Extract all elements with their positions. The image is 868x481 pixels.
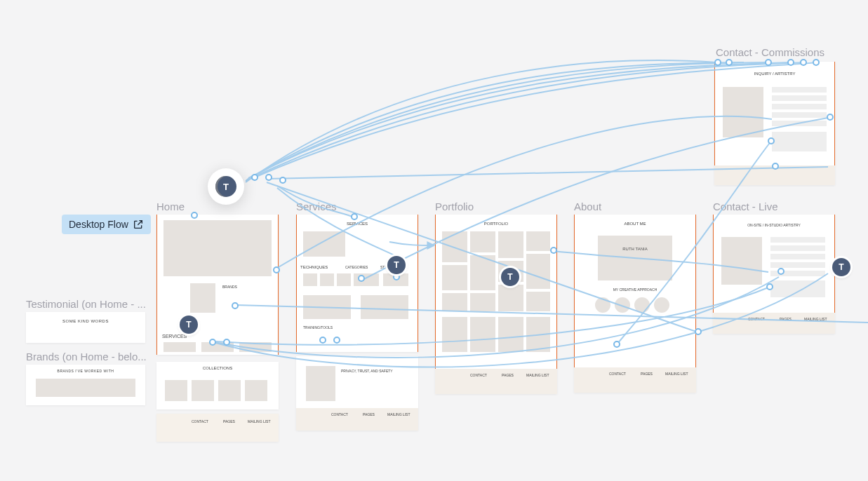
port[interactable]: [827, 114, 834, 121]
port[interactable]: [613, 341, 620, 348]
home-services-label: SERVICES: [162, 334, 187, 339]
avatar-letter: T: [215, 176, 236, 197]
flow-badge[interactable]: Desktop Flow: [62, 215, 151, 234]
footer-col1e: CONTACT: [748, 317, 765, 321]
port[interactable]: [765, 59, 772, 66]
footer-col1d: CONTACT: [609, 372, 626, 376]
port[interactable]: [768, 137, 775, 144]
page-label-contact-commissions: Contact - Commissions: [716, 46, 824, 58]
services-heading: SERVICES: [296, 222, 418, 226]
avatar-node[interactable]: T: [832, 258, 850, 276]
page-frame-services-trust[interactable]: PRIVACY, TRUST, AND SAFETY CONTACT PAGES…: [296, 356, 418, 431]
external-link-icon: [133, 219, 144, 230]
component-frame-brands[interactable]: BRANDS I'VE WORKED WITH: [26, 365, 145, 405]
page-frame-home-collections[interactable]: COLLECTIONS: [156, 362, 279, 409]
port[interactable]: [813, 59, 820, 66]
flow-canvas[interactable]: Desktop Flow Testimonial (on Home - ... …: [0, 0, 868, 481]
footer-col2e: PAGES: [780, 317, 792, 321]
page-frame-about[interactable]: ABOUT ME RUTH TANIA MY CREATIVE APPROACH…: [574, 215, 696, 393]
port[interactable]: [787, 59, 794, 66]
port[interactable]: [209, 339, 216, 346]
footer-col2d: PAGES: [641, 372, 653, 376]
port[interactable]: [351, 213, 358, 220]
footer-col1b: CONTACT: [331, 412, 348, 416]
footer-col1c: CONTACT: [470, 373, 487, 377]
brands-heading: BRANDS I'VE WORKED WITH: [26, 369, 145, 373]
port[interactable]: [273, 266, 280, 273]
port[interactable]: [333, 337, 340, 344]
component-label-testimonial: Testimonial (on Home - ...: [26, 298, 146, 310]
page-frame-home-hero[interactable]: BRANDS SERVICES: [156, 215, 279, 355]
port[interactable]: [191, 212, 198, 219]
services-privacy: PRIVACY, TRUST, AND SAFETY: [341, 369, 393, 373]
page-label-services: Services: [296, 201, 337, 212]
port[interactable]: [319, 337, 326, 344]
about-name: RUTH TANIA: [574, 247, 696, 251]
avatar-node[interactable]: T: [387, 256, 406, 274]
about-sub: MY CREATIVE APPROACH: [574, 287, 696, 292]
flow-badge-label: Desktop Flow: [69, 219, 128, 230]
port[interactable]: [223, 339, 230, 346]
port[interactable]: [766, 283, 773, 290]
port[interactable]: [393, 273, 400, 280]
page-frame-contact-live[interactable]: ON-SITE / IN-STUDIO ARTISTRY CONTACT PAG…: [713, 215, 835, 334]
avatar-node[interactable]: T: [180, 316, 198, 334]
page-label-contact-live: Contact - Live: [713, 201, 778, 212]
contact-live-heading: ON-SITE / IN-STUDIO ARTISTRY: [713, 223, 835, 227]
port[interactable]: [800, 59, 807, 66]
component-frame-testimonial[interactable]: SOME KIND WORDS: [26, 312, 145, 343]
port[interactable]: [777, 268, 784, 275]
portfolio-heading: PORTFOLIO: [435, 222, 557, 226]
footer-col3b: MAILING LIST: [387, 412, 410, 416]
footer-col3e: MAILING LIST: [804, 317, 827, 321]
port[interactable]: [279, 177, 286, 184]
footer-col3c: MAILING LIST: [526, 373, 549, 377]
port[interactable]: [550, 247, 557, 254]
page-label-portfolio: Portfolio: [435, 201, 474, 212]
port[interactable]: [251, 174, 258, 181]
avatar-node[interactable]: T: [501, 268, 519, 286]
port[interactable]: [358, 275, 365, 282]
footer-col3a: MAILING LIST: [248, 419, 271, 424]
page-frame-portfolio[interactable]: PORTFOLIO CONTACT PAGES MAILING LIST: [435, 215, 557, 394]
port[interactable]: [695, 328, 702, 335]
page-frame-services-top[interactable]: SERVICES TECHNIQUES CATEGORIES STYLE TYP…: [296, 215, 418, 352]
services-categories: CATEGORIES: [345, 265, 368, 269]
footer-col2c: PAGES: [502, 373, 514, 377]
services-techniques: TECHNIQUES: [300, 265, 328, 269]
home-collections-label: COLLECTIONS: [156, 366, 279, 370]
component-label-brands: Brands (on Home - belo...: [26, 351, 147, 363]
home-hero-caption: BRANDS: [222, 285, 265, 289]
footer-col3d: MAILING LIST: [665, 372, 688, 376]
footer-col2a: PAGES: [223, 419, 235, 424]
port[interactable]: [714, 59, 721, 66]
services-training: TRAINING/TOOLS: [303, 325, 333, 330]
port[interactable]: [726, 59, 733, 66]
port[interactable]: [772, 163, 779, 170]
commissions-heading: INQUIRY / ARTISTRY: [714, 72, 835, 76]
about-heading: ABOUT ME: [574, 222, 696, 226]
testimonial-heading: SOME KIND WORDS: [26, 319, 145, 323]
page-label-about: About: [574, 201, 601, 212]
main-avatar-node[interactable]: T: [208, 168, 244, 205]
port[interactable]: [232, 302, 239, 309]
port[interactable]: [265, 174, 272, 181]
footer-col1a: CONTACT: [192, 419, 208, 424]
page-frame-home-footer[interactable]: CONTACT PAGES MAILING LIST: [156, 414, 279, 442]
page-label-home: Home: [156, 201, 185, 212]
footer-col2b: PAGES: [363, 412, 375, 416]
